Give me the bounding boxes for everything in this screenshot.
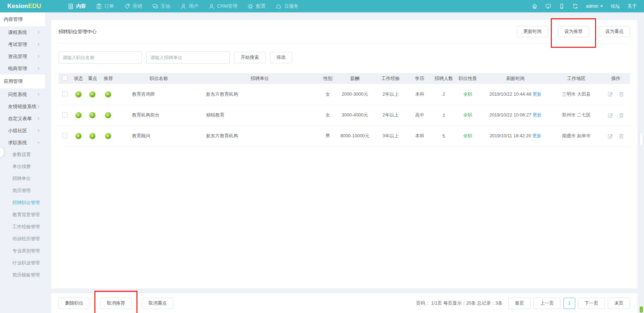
nav-item-interaction[interactable]: 互动 bbox=[152, 3, 170, 9]
settings-icon bbox=[247, 3, 253, 9]
set-recommend-button[interactable]: 设为推荐 bbox=[558, 26, 589, 37]
page-title: 招聘职位管理中心 bbox=[59, 28, 97, 35]
sidebar-subitem-resume-management[interactable]: 简历管理 bbox=[0, 185, 45, 197]
sidebar-section-apps: 应用管理 bbox=[0, 75, 45, 88]
sidebar: 内容管理 课程系统 考试管理 资讯管理 电商管理 应用管理 问答系统 友情链接系… bbox=[0, 12, 45, 313]
admin-menu[interactable]: admin bbox=[586, 4, 603, 9]
sidebar-subitem-param-settings[interactable]: 参数设置 bbox=[0, 149, 45, 161]
sidebar-item-exam[interactable]: 考试管理 bbox=[0, 38, 45, 50]
scrollbar-bottom-thumb[interactable] bbox=[640, 306, 643, 313]
about-link[interactable]: 关于 bbox=[628, 3, 637, 9]
marketing-icon bbox=[124, 3, 130, 9]
nav-item-orders[interactable]: 订单 bbox=[96, 3, 114, 9]
mobile-icon[interactable] bbox=[559, 3, 565, 9]
edit-icon[interactable] bbox=[607, 133, 613, 139]
forum-link[interactable]: 论坛 bbox=[611, 3, 620, 9]
current-page-button[interactable]: 1 bbox=[564, 298, 575, 309]
nav-item-content[interactable]: 内容 bbox=[68, 3, 86, 9]
nav-item-marketing[interactable]: 营销 bbox=[124, 3, 142, 9]
column-header-recommend: 推荐 bbox=[99, 73, 117, 84]
filter-button[interactable]: 筛选 bbox=[270, 52, 292, 63]
job-management-panel: 招聘职位管理中心 更新时间 设为推荐 设为重点 开始搜索 筛选 bbox=[51, 20, 637, 289]
sidebar-subitem-industry-occupation[interactable]: 行业职业管理 bbox=[0, 257, 45, 269]
column-header-salary: 薪酬 bbox=[336, 73, 374, 84]
next-page-button[interactable]: 下一页 bbox=[578, 298, 605, 309]
education: 本科 bbox=[408, 126, 432, 146]
salary: 8000-10000元 bbox=[336, 126, 374, 146]
sidebar-item-course-system[interactable]: 课程系统 bbox=[0, 26, 45, 38]
app-logo[interactable]: KesionEDU bbox=[7, 3, 41, 10]
sidebar-item-job-system[interactable]: 求职系统 bbox=[0, 137, 45, 149]
sidebar-item-ecommerce[interactable]: 电商管理 bbox=[0, 62, 45, 75]
update-time-button[interactable]: 更新时间 bbox=[517, 26, 548, 37]
experience: 3年以上 bbox=[373, 126, 408, 146]
key-flag-icon[interactable] bbox=[89, 133, 95, 139]
last-page-button[interactable]: 末页 bbox=[608, 298, 630, 309]
sidebar-subitem-recruit-units[interactable]: 招聘单位 bbox=[0, 173, 45, 185]
sidebar-subitem-major-category[interactable]: 专业类别管理 bbox=[0, 245, 45, 257]
experience: 2年以上 bbox=[373, 105, 408, 126]
column-header-region: 工作地区 bbox=[551, 73, 602, 84]
recommend-flag-icon[interactable] bbox=[105, 133, 111, 139]
cancel-key-button[interactable]: 取消重点 bbox=[142, 298, 173, 309]
edit-icon[interactable] bbox=[607, 112, 613, 118]
panel-header: 招聘职位管理中心 更新时间 设为推荐 设为重点 bbox=[59, 20, 630, 43]
status-enabled-icon[interactable] bbox=[75, 91, 82, 98]
refresh-link[interactable]: 更新 bbox=[532, 133, 541, 138]
row-checkbox[interactable] bbox=[62, 112, 68, 118]
key-flag-icon[interactable] bbox=[89, 112, 95, 118]
sidebar-subitem-education-background[interactable]: 教育背景管理 bbox=[0, 209, 45, 221]
home-icon[interactable] bbox=[532, 3, 538, 9]
nav-item-cloud[interactable]: 云服务 bbox=[275, 3, 298, 9]
recommend-flag-icon[interactable] bbox=[105, 112, 111, 118]
edit-icon[interactable] bbox=[607, 91, 613, 97]
key-flag-icon[interactable] bbox=[89, 91, 95, 98]
sidebar-item-news[interactable]: 资讯管理 bbox=[0, 50, 45, 62]
desktop-icon[interactable] bbox=[545, 3, 551, 9]
sidebar-subitem-work-experience[interactable]: 工作经验管理 bbox=[0, 221, 45, 233]
column-header-education: 学历 bbox=[408, 73, 432, 84]
sidebar-subitem-resume-template[interactable]: 简历模板管理 bbox=[0, 269, 45, 281]
status-enabled-icon[interactable] bbox=[75, 133, 82, 139]
recommend-flag-icon[interactable] bbox=[105, 91, 111, 98]
refresh-icon[interactable] bbox=[572, 3, 578, 9]
users-icon bbox=[180, 3, 187, 9]
scrollbar-thumb[interactable] bbox=[640, 132, 643, 146]
pagination: 页码： 1/1页 每页显示：20条 总记录：3条 首页 上一页 1 下一页 末页 bbox=[416, 298, 630, 309]
row-checkbox[interactable] bbox=[62, 133, 68, 138]
headcount: 2 bbox=[432, 84, 456, 105]
cancel-recommend-button[interactable]: 取消推荐 bbox=[100, 298, 132, 309]
refresh-link[interactable]: 更新 bbox=[532, 92, 542, 97]
sidebar-item-custom-forms[interactable]: 自定义表单 bbox=[0, 112, 45, 125]
prev-page-button[interactable]: 上一页 bbox=[534, 298, 561, 309]
nav-item-users[interactable]: 用户 bbox=[180, 3, 199, 9]
job-name: 教育顾问 bbox=[117, 126, 200, 146]
chevron-right-icon bbox=[37, 42, 41, 46]
refresh-link[interactable]: 更新 bbox=[532, 112, 542, 118]
table-row: 教育顾问 新东方教育机构 男 8000-10000元 3年以上 本科 5 全职 … bbox=[59, 126, 630, 146]
select-all-checkbox[interactable] bbox=[62, 75, 68, 81]
sidebar-item-friend-links[interactable]: 友情链接系统 bbox=[0, 100, 45, 112]
set-key-button[interactable]: 设为重点 bbox=[599, 26, 630, 37]
sidebar-subitem-job-post-management[interactable]: 招聘职位管理 bbox=[0, 197, 45, 209]
job-name-input[interactable] bbox=[59, 51, 142, 64]
nav-item-crm[interactable]: CRM管理 bbox=[208, 3, 238, 9]
job-type-badge: 全职 bbox=[456, 126, 480, 146]
search-button[interactable]: 开始搜索 bbox=[234, 52, 265, 63]
delete-icon[interactable] bbox=[618, 133, 624, 139]
bulk-actions: 删除职位 取消推荐 取消重点 bbox=[59, 298, 173, 309]
delete-jobs-button[interactable]: 删除职位 bbox=[59, 298, 90, 309]
region: 郑州市 二七区 bbox=[551, 105, 602, 126]
status-enabled-icon[interactable] bbox=[75, 112, 82, 118]
row-checkbox[interactable] bbox=[62, 91, 68, 96]
salary: 2000-3000元 bbox=[336, 84, 374, 105]
delete-icon[interactable] bbox=[618, 91, 624, 97]
first-page-button[interactable]: 首页 bbox=[508, 298, 531, 309]
nav-item-settings[interactable]: 配置 bbox=[247, 3, 265, 9]
sidebar-item-groups[interactable]: 小组社区 bbox=[0, 125, 45, 137]
sidebar-subitem-training-history[interactable]: 培训经历管理 bbox=[0, 233, 45, 245]
sidebar-subitem-unit-renewal[interactable]: 单位续费 bbox=[0, 161, 45, 173]
delete-icon[interactable] bbox=[618, 112, 624, 118]
employer-input[interactable] bbox=[146, 51, 230, 64]
sidebar-item-qa[interactable]: 问答系统 bbox=[0, 88, 45, 100]
